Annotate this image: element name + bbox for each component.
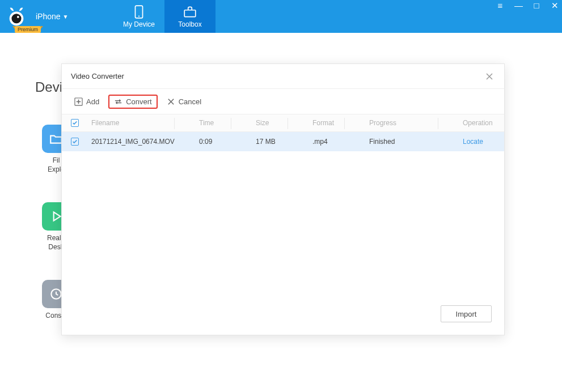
premium-badge: Premium [15, 26, 41, 33]
th-time: Time [199, 114, 256, 131]
cell-progress: Finished [369, 132, 463, 151]
close-icon[interactable]: ✕ [551, 2, 559, 9]
svg-point-2 [17, 16, 19, 18]
maximize-icon[interactable]: □ [533, 2, 540, 9]
import-button[interactable]: Import [441, 305, 492, 322]
convert-button-label: Convert [126, 97, 152, 106]
tab-toolbox[interactable]: Toolbox [164, 0, 215, 33]
add-button-label: Add [86, 97, 99, 106]
cell-time: 0:09 [199, 132, 256, 151]
window-controls: ≡ — □ ✕ [496, 2, 559, 9]
modal-close-icon[interactable] [484, 71, 495, 82]
svg-rect-5 [184, 10, 196, 17]
topbar: iPhone ▼ Premium My Device Toolbox ≡ — □… [0, 0, 562, 33]
th-progress: Progress [369, 114, 463, 131]
chevron-down-icon[interactable]: ▼ [63, 14, 69, 20]
modal-toolbar: Add Convert Cancel [62, 89, 504, 114]
th-filename: Filename [86, 114, 199, 131]
convert-button[interactable]: Convert [108, 95, 158, 109]
device-selector-label: iPhone [36, 12, 61, 21]
cell-filename: 20171214_IMG_0674.MOV [86, 132, 199, 151]
video-converter-modal: Video Converter Add Convert Cancel Filen… [61, 63, 505, 335]
minimize-icon[interactable]: — [514, 2, 522, 9]
add-button[interactable]: Add [71, 95, 103, 108]
svg-point-4 [138, 16, 140, 17]
cancel-button[interactable]: Cancel [163, 95, 205, 108]
tab-toolbox-label: Toolbox [178, 20, 201, 28]
menu-icon[interactable]: ≡ [496, 2, 504, 9]
cell-size: 17 MB [256, 132, 312, 151]
svg-marker-6 [54, 212, 61, 221]
svg-point-1 [11, 14, 21, 23]
nav-tabs: My Device Toolbox [113, 0, 215, 33]
row-checkbox[interactable] [71, 138, 79, 146]
cancel-button-label: Cancel [179, 97, 201, 106]
modal-title: Video Converter [71, 72, 124, 80]
locate-link[interactable]: Locate [463, 132, 504, 151]
app-logo-icon [6, 6, 27, 27]
modal-footer: Import [441, 305, 492, 322]
logo-area: iPhone ▼ Premium [0, 0, 113, 33]
table-header: Filename Time Size Format Progress Opera… [62, 114, 504, 132]
modal-header: Video Converter [62, 64, 504, 89]
tab-my-device[interactable]: My Device [113, 0, 164, 33]
th-format: Format [312, 114, 369, 131]
th-size: Size [256, 114, 312, 131]
tab-my-device-label: My Device [123, 20, 155, 28]
select-all-checkbox[interactable] [71, 119, 79, 127]
th-operation: Operation [463, 114, 504, 131]
table-row[interactable]: 20171214_IMG_0674.MOV 0:09 17 MB .mp4 Fi… [62, 132, 504, 151]
cell-format: .mp4 [312, 132, 369, 151]
